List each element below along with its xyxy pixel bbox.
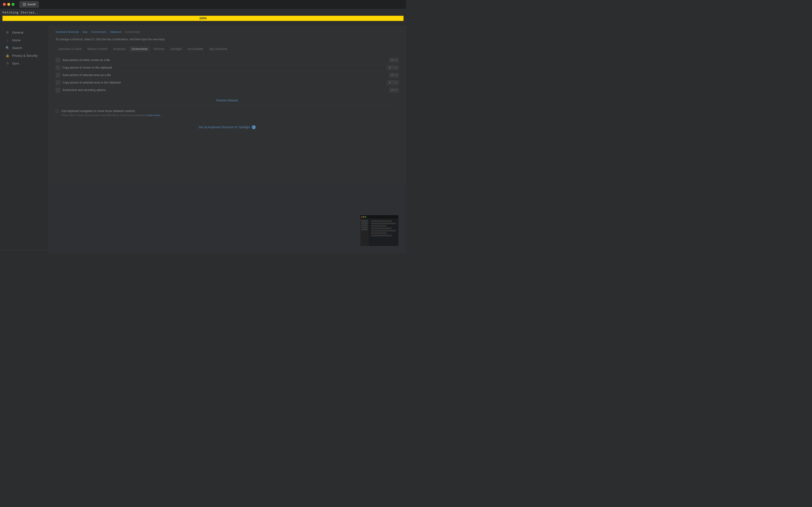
checkbox-sublabel-text: Press Tab to move focus forward and Shif…: [61, 114, 146, 117]
titlebar: Autofill: [0, 0, 406, 9]
gear-icon: ⚙: [5, 30, 10, 35]
overlay-minimize: [363, 216, 364, 218]
shortcut-row-3[interactable]: Save picture of selected area as a file …: [56, 71, 399, 79]
home-icon: ⌂: [5, 38, 10, 42]
breadcrumb-current: Screenshots: [125, 31, 140, 33]
shortcut-key-2: ⌘⌃⇧3: [387, 65, 399, 70]
sub-nav-launchers[interactable]: Launchers & Dock: [56, 46, 84, 52]
overlay-sidebar-item-5: [361, 229, 368, 230]
main-layout: ⚙ General ⌂ Home 🔍 Search 🔒 Privacy & Se…: [0, 25, 406, 253]
shortcut-name-3: Save picture of selected area as a file: [62, 73, 387, 77]
shortcut-icon-1: [56, 58, 60, 62]
shortcut-key-1: ⌘⇧3: [389, 58, 399, 62]
fetching-overlay: Fetching Stories.. 100%: [0, 9, 406, 23]
tab-label: Autofill: [28, 3, 36, 6]
breadcrumb-clipboard[interactable]: Clipboard: [110, 31, 121, 33]
close-button[interactable]: [3, 3, 6, 6]
checkbox-label: Use keyboard navigation to move focus be…: [61, 109, 162, 113]
checkbox-label-container: Use keyboard navigation to move focus be…: [61, 109, 162, 117]
overlay-maximize: [365, 216, 366, 218]
overlay-line-3: [371, 225, 387, 227]
sub-nav-keyboard[interactable]: Keyboard: [111, 46, 128, 52]
shortcuts-section: Save picture of entire screen as a file …: [56, 56, 399, 94]
progress-bar-container: 100%: [2, 16, 404, 21]
sidebar-item-home[interactable]: ⌂ Home: [1, 36, 47, 44]
checkbox-item-keyboard-nav: Use keyboard navigation to move focus be…: [56, 109, 399, 117]
overlay-sidebar-item-1: [361, 220, 368, 222]
shortcut-row-1[interactable]: Save picture of entire screen as a file …: [56, 56, 399, 64]
progress-bar-fill: 100%: [3, 16, 403, 20]
overlay-sidebar-item-4: [361, 227, 368, 228]
overlay-content: [369, 219, 399, 238]
sub-nav-mission[interactable]: Mission Control: [85, 46, 110, 52]
sidebar-item-search[interactable]: 🔍 Search: [1, 44, 47, 52]
sidebar-item-general[interactable]: ⚙ General: [1, 29, 47, 36]
sub-nav: Launchers & Dock Mission Control Keyboar…: [56, 46, 399, 52]
sub-nav-app-shortcuts[interactable]: App Shortcuts: [207, 46, 230, 52]
lock-icon: 🔒: [5, 53, 10, 58]
progress-text: 100%: [199, 17, 207, 20]
customize-button-label: Set Up Keyboard Shortcuts for Spotlight: [199, 125, 250, 129]
checkbox-section: Use keyboard navigation to move focus be…: [56, 106, 399, 121]
traffic-lights: [3, 3, 14, 6]
sidebar: ⚙ General ⌂ Home 🔍 Search 🔒 Privacy & Se…: [0, 25, 48, 253]
shortcut-key-4: ⌘⌃⇧4: [387, 80, 399, 85]
shortcut-name-4: Copy picture of selected area to the cli…: [62, 81, 385, 84]
sub-nav-services[interactable]: Services: [151, 46, 167, 52]
sidebar-item-extensions[interactable]: 🧩 Extensions & Themes: [1, 251, 47, 253]
tab-bar: Autofill: [19, 1, 39, 8]
overlay-line-2: [371, 223, 396, 224]
shortcut-icon-5: [56, 88, 60, 93]
sidebar-label-sync: Sync: [12, 62, 19, 65]
shortcut-row-2[interactable]: Copy picture of screen to the clipboard …: [56, 64, 399, 71]
overlay-line-1: [371, 220, 392, 222]
customize-shortcuts-button[interactable]: Set Up Keyboard Shortcuts for Spotlight …: [56, 125, 399, 129]
sidebar-item-sync[interactable]: ↻ Sync: [1, 59, 47, 67]
shortcut-row-5[interactable]: Screenshot and recording options ⌘⇧5: [56, 87, 399, 94]
overlay-sidebar-item-2: [361, 222, 368, 224]
overlay-line-7: [371, 235, 392, 236]
shortcut-icon-4: [56, 80, 60, 85]
maximize-button[interactable]: [12, 3, 14, 6]
breadcrumb-keyboard[interactable]: Keyboard Shortcuts: [56, 31, 79, 33]
sidebar-bottom: 🧩 Extensions & Themes ？ Nightly Support: [0, 250, 48, 253]
shortcut-key-3: ⌘⇧4: [389, 73, 399, 77]
overlay-line-6: [371, 232, 387, 234]
sidebar-item-privacy[interactable]: 🔒 Privacy & Security: [1, 52, 47, 59]
content-area: Keyboard Shortcuts › App › Screenshots ›…: [48, 25, 406, 253]
breadcrumb-screenshots[interactable]: Screenshots: [91, 31, 106, 33]
tab-favicon: [23, 3, 26, 6]
keyboard-nav-checkbox[interactable]: [56, 109, 59, 113]
shortcut-name-2: Copy picture of screen to the clipboard: [62, 66, 385, 69]
shortcut-key-5: ⌘⇧5: [389, 88, 399, 93]
breadcrumb-app[interactable]: App: [83, 31, 88, 33]
sub-nav-accessibility[interactable]: Accessibility: [185, 46, 206, 52]
shortcut-icon-3: [56, 73, 60, 77]
sidebar-label-privacy: Privacy & Security: [12, 54, 38, 57]
settings-description: To change a shortcut, select it, click t…: [56, 37, 399, 42]
puzzle-icon: 🧩: [5, 253, 10, 253]
sidebar-label-extensions: Extensions & Themes: [12, 253, 43, 254]
restore-defaults-button[interactable]: Restore Defaults: [56, 99, 399, 102]
sub-nav-spotlight[interactable]: Spotlight: [168, 46, 184, 52]
sidebar-label-general: General: [12, 31, 23, 34]
shortcut-name-1: Save picture of entire screen as a file: [62, 58, 387, 62]
breadcrumb: Keyboard Shortcuts › App › Screenshots ›…: [56, 31, 399, 33]
sidebar-label-home: Home: [12, 38, 20, 42]
overlay-sidebar: [360, 219, 369, 246]
overlay-sidebar-item-3: [361, 225, 368, 226]
bottom-overlay-thumbnail: [360, 215, 399, 246]
active-tab[interactable]: Autofill: [19, 1, 39, 8]
overlay-titlebar: [360, 215, 399, 219]
shortcut-name-5: Screenshot and recording options: [62, 89, 387, 92]
learn-more-link[interactable]: Learn more...: [146, 114, 162, 117]
shortcut-row-4[interactable]: Copy picture of selected area to the cli…: [56, 79, 399, 87]
sync-icon: ↻: [5, 61, 10, 65]
sub-nav-screenshots[interactable]: Screenshots: [129, 46, 150, 52]
search-icon: 🔍: [5, 46, 10, 50]
checkbox-sublabel: Press Tab to move focus forward and Shif…: [61, 114, 162, 117]
shortcut-icon-2: [56, 65, 60, 70]
overlay-line-4: [371, 227, 392, 229]
minimize-button[interactable]: [7, 3, 10, 6]
overlay-close: [361, 216, 362, 218]
